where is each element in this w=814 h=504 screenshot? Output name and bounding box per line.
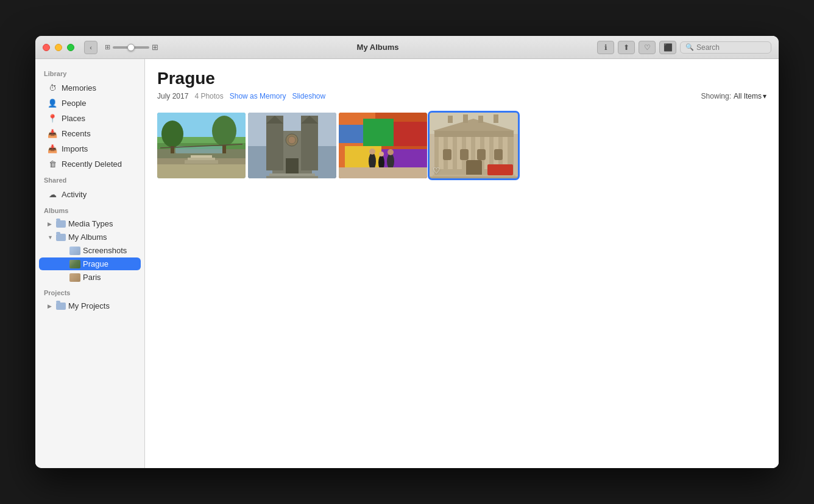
back-button[interactable]: ‹ [84, 41, 97, 54]
my-albums-folder-icon [56, 234, 66, 241]
svg-rect-57 [460, 149, 469, 160]
memories-icon: ⏱ [48, 83, 57, 93]
sidebar-item-imports[interactable]: 📥 Imports [39, 141, 141, 156]
recents-icon: 📥 [48, 128, 57, 138]
activity-icon: ☁ [48, 189, 57, 199]
photo-item-1[interactable] [157, 113, 246, 178]
svg-point-24 [288, 136, 296, 144]
titlebar-nav: ‹ [84, 41, 97, 54]
svg-point-10 [212, 116, 236, 146]
photo-item-3[interactable] [339, 113, 427, 178]
svg-rect-63 [448, 116, 453, 123]
my-albums-label: My Albums [68, 233, 107, 242]
titlebar-actions: ℹ ⬆ ♡ ⬛ 🔍 [597, 41, 771, 54]
photo-item-2[interactable] [248, 113, 336, 178]
people-icon: 👤 [48, 98, 57, 108]
show-as-memory-link[interactable]: Show as Memory [230, 92, 286, 100]
showing-dropdown[interactable]: All Items ▾ [734, 92, 766, 100]
maximize-button[interactable] [67, 44, 74, 51]
prague-thumb [69, 260, 80, 268]
app-window: ‹ ⊞ ⊞ My Albums ℹ ⬆ ♡ ⬛ 🔍 Library [35, 36, 779, 468]
showing-label: Showing: [701, 92, 731, 100]
sidebar-item-activity[interactable]: ☁ Activity [39, 187, 141, 201]
zoom-large-icon: ⊞ [152, 43, 158, 52]
projects-section-label: Projects [35, 284, 144, 299]
album-count: 4 Photos [194, 92, 223, 100]
svg-rect-67 [487, 164, 513, 175]
photos-grid: ♡ [145, 105, 779, 468]
album-title: Prague [157, 69, 766, 88]
svg-rect-32 [363, 119, 394, 146]
sidebar-item-screenshots[interactable]: ▶ Screenshots [39, 244, 141, 257]
main-content: Library ⏱ Memories 👤 People 📍 Places 📥 R… [35, 59, 779, 468]
svg-rect-26 [269, 173, 315, 176]
svg-rect-19 [266, 116, 283, 170]
sidebar-item-activity-label: Activity [62, 190, 87, 199]
my-projects-label: My Projects [68, 301, 110, 310]
info-button[interactable]: ℹ [597, 41, 614, 54]
svg-point-37 [369, 149, 375, 155]
close-button[interactable] [43, 44, 50, 51]
svg-rect-46 [439, 136, 444, 169]
paris-thumb [69, 273, 80, 282]
sidebar-item-people[interactable]: 👤 People [39, 96, 141, 110]
svg-rect-62 [430, 177, 518, 178]
paris-label: Paris [83, 273, 101, 282]
sidebar-item-recents[interactable]: 📥 Recents [39, 126, 141, 141]
svg-rect-20 [301, 116, 318, 170]
svg-rect-33 [394, 122, 427, 146]
sidebar-item-my-projects[interactable]: ▶ My Projects [39, 299, 141, 312]
content-header: Prague July 2017 4 Photos Show as Memory… [145, 59, 779, 105]
photo-2-canvas [248, 113, 336, 178]
svg-rect-59 [494, 149, 503, 160]
svg-rect-11 [222, 145, 226, 153]
my-albums-arrow: ▼ [48, 234, 54, 240]
sidebar-item-my-albums[interactable]: ▼ My Albums [39, 231, 141, 243]
imports-icon: 📥 [48, 144, 57, 153]
recently-deleted-icon: 🗑 [48, 159, 57, 169]
minimize-button[interactable] [55, 44, 62, 51]
svg-point-36 [369, 153, 376, 170]
search-input[interactable] [696, 43, 763, 52]
showing-chevron-icon: ▾ [763, 92, 766, 100]
svg-rect-58 [477, 149, 486, 160]
sidebar-item-prague[interactable]: ▶ Prague [39, 257, 141, 270]
photo-4-canvas [430, 113, 518, 178]
svg-rect-64 [463, 114, 468, 123]
media-types-folder-icon [56, 220, 66, 228]
places-icon: 📍 [48, 113, 57, 123]
sidebar-item-people-label: People [62, 99, 86, 108]
sidebar-item-places[interactable]: 📍 Places [39, 111, 141, 125]
sidebar-item-memories[interactable]: ⏱ Memories [39, 80, 141, 95]
heart-badge: ♡ [433, 166, 441, 175]
sidebar-item-imports-label: Imports [62, 144, 88, 153]
search-icon: 🔍 [685, 43, 694, 51]
svg-rect-65 [478, 116, 483, 123]
svg-point-41 [388, 149, 394, 155]
svg-rect-34 [345, 146, 381, 167]
photo-item-4[interactable]: ♡ [430, 113, 518, 178]
svg-rect-54 [434, 131, 514, 137]
photo-1-canvas [157, 113, 246, 178]
sidebar-item-recents-label: Recents [62, 129, 91, 138]
my-projects-arrow: ▶ [48, 303, 54, 309]
slideshow-link[interactable]: Slideshow [292, 92, 325, 100]
search-box[interactable]: 🔍 [680, 41, 771, 54]
window-title: My Albums [163, 43, 592, 52]
zoom-slider[interactable] [113, 46, 149, 49]
media-types-arrow: ▶ [48, 221, 54, 227]
content-area: Prague July 2017 4 Photos Show as Memory… [145, 59, 779, 468]
heart-button[interactable]: ♡ [639, 41, 656, 54]
export-button[interactable]: ⬛ [659, 41, 676, 54]
prague-label: Prague [83, 259, 108, 268]
album-meta: July 2017 4 Photos Show as Memory Slides… [157, 92, 766, 100]
sidebar-item-paris[interactable]: ▶ Paris [39, 271, 141, 284]
sidebar-item-recently-deleted[interactable]: 🗑 Recently Deleted [39, 156, 141, 171]
zoom-control: ⊞ ⊞ [105, 43, 158, 52]
svg-rect-56 [443, 149, 451, 160]
svg-point-40 [387, 153, 394, 169]
sidebar-item-recently-deleted-label: Recently Deleted [62, 159, 122, 169]
svg-rect-6 [157, 164, 246, 178]
sidebar-item-media-types[interactable]: ▶ Media Types [39, 217, 141, 230]
share-button[interactable]: ⬆ [618, 41, 635, 54]
